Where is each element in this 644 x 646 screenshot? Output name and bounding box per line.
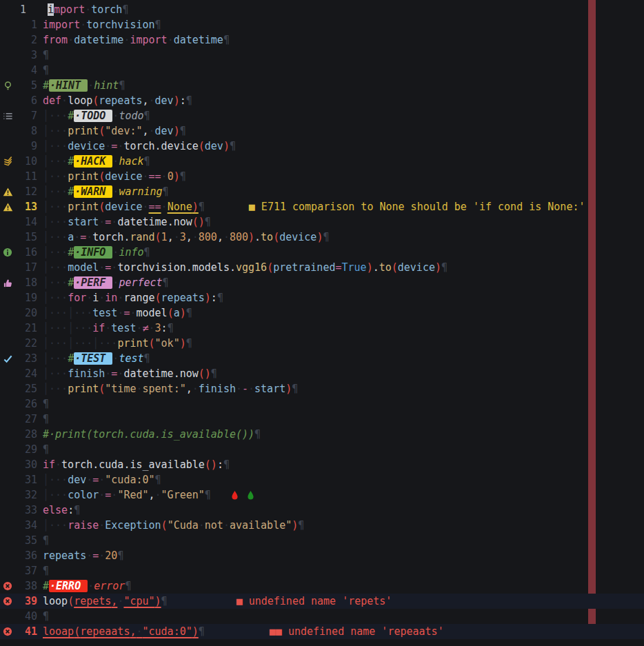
code-buffer[interactable]: 1import·torch¶1import·torchvision¶2from·… (0, 0, 644, 639)
code-line[interactable]: 34│···raise·Exception("Cuda·not·availabl… (0, 518, 644, 533)
line-number[interactable]: 6 (15, 93, 37, 108)
line-number[interactable]: 34 (15, 518, 37, 533)
line-number[interactable]: 40 (15, 609, 37, 624)
line-number[interactable]: 24 (15, 366, 37, 381)
code-line[interactable]: 32│···color·=·"Red",·"Green"¶ (0, 487, 644, 503)
code-line[interactable]: 11│···print(device·==·0)¶ (0, 169, 644, 184)
code-line[interactable]: 12│···#·WARN ·warning¶ (0, 184, 644, 199)
code-line[interactable]: 27¶ (0, 412, 644, 427)
token: datetime (174, 34, 223, 46)
token: · (105, 140, 111, 152)
code-line[interactable]: 23│···#·TEST ·test¶ (0, 351, 644, 366)
line-number[interactable]: 8 (15, 123, 37, 139)
token: # (68, 352, 74, 365)
line-number[interactable]: 15 (15, 230, 37, 245)
token: ··· (49, 276, 68, 289)
line-number[interactable]: 10 (15, 154, 37, 169)
line-number[interactable]: 32 (15, 487, 37, 503)
line-number[interactable]: 1 (15, 17, 37, 32)
line-number[interactable]: 19 (15, 290, 37, 305)
code-line[interactable]: 18│···#·PERF ·perfect¶ (0, 275, 644, 290)
token: if (43, 458, 55, 471)
code-line[interactable]: 10│···#·HACK ·hack¶ (0, 154, 644, 169)
token: print (68, 170, 99, 183)
line-number[interactable]: 17 (15, 260, 37, 275)
line-number[interactable]: 33 (15, 503, 37, 518)
code-line[interactable]: 1import·torch¶ (0, 2, 644, 17)
line-number[interactable]: 28 (15, 427, 37, 442)
line-number[interactable]: 22 (15, 336, 37, 351)
code-line[interactable]: 39loop(repets,·"cpu")¶■ undefined name '… (0, 594, 644, 609)
code-line[interactable]: 8│···print("dev:",·dev)¶ (0, 123, 644, 139)
code-line[interactable]: 13│···print(device·==·None)¶■ E711 compa… (0, 199, 644, 214)
code-line[interactable]: 28#·print(torch.cuda.is_available())¶ (0, 427, 644, 442)
line-number[interactable]: 20 (15, 305, 37, 321)
code-line[interactable]: 20│···│···test·=·model(a)¶ (0, 305, 644, 321)
token: repeaats (80, 625, 130, 638)
code-line[interactable]: 31│···dev·=·"cuda:0"¶ (0, 472, 644, 487)
line-number[interactable]: 7 (15, 108, 37, 123)
line-number[interactable]: 11 (15, 169, 37, 184)
code-line[interactable]: 2from·datetime·import·datetime¶ (0, 32, 644, 48)
code-line[interactable]: 3¶ (0, 48, 644, 63)
line-number[interactable]: 16 (15, 245, 37, 260)
code-line[interactable]: 37¶ (0, 563, 644, 578)
token: # (68, 276, 74, 289)
token: "Red" (117, 489, 148, 501)
line-number[interactable]: 29 (15, 442, 37, 457)
code-line[interactable]: 30if·torch.cuda.is_available():¶ (0, 457, 644, 472)
code-line[interactable]: 7│···#·TODO ·todo¶ (0, 108, 644, 123)
code-line[interactable]: 36repeats·=·20¶ (0, 548, 644, 563)
code-line[interactable]: 6def·loop(repeats,·dev):¶ (0, 93, 644, 108)
code-line[interactable]: 41looap(repeaats,·"cuda:0")¶■■ undefined… (0, 624, 644, 639)
code-line[interactable]: 25│···print("time·spent:",·finish·-·star… (0, 381, 644, 396)
line-number[interactable]: 41 (15, 624, 37, 639)
line-number[interactable]: 26 (15, 396, 37, 412)
code-line[interactable]: 22│···│···│···print("ok")¶ (0, 336, 644, 351)
code-editor[interactable]: 1import·torch¶1import·torchvision¶2from·… (0, 0, 644, 646)
token: · (192, 231, 199, 243)
line-number[interactable]: 5 (15, 78, 37, 93)
line-number[interactable]: 21 (15, 321, 37, 336)
line-number[interactable]: 25 (15, 381, 37, 396)
code-line[interactable]: 15│···a·=·torch.rand(1,·3,·800,·800).to(… (0, 230, 644, 245)
line-number[interactable]: 9 (15, 139, 37, 154)
line-number[interactable]: 13 (15, 199, 37, 214)
line-number[interactable]: 3 (15, 48, 37, 63)
code-line[interactable]: 16│···#·INFO ·info¶ (0, 245, 644, 260)
line-number[interactable]: 18 (15, 275, 37, 290)
code-line[interactable]: 35¶ (0, 533, 644, 548)
code-line[interactable]: 38#·ERRO ·error¶ (0, 578, 644, 594)
code-line[interactable]: 21│···│···if·test·≠·3:¶ (0, 321, 644, 336)
code-line[interactable]: 40¶ (0, 609, 644, 624)
code-line[interactable]: 19│···for·i·in·range(repeats):¶ (0, 290, 644, 305)
line-number[interactable]: 38 (15, 578, 37, 594)
code-line[interactable]: 26¶ (0, 396, 644, 412)
line-number[interactable]: 39 (15, 594, 37, 609)
token: · (99, 519, 105, 532)
line-number[interactable]: 1 (15, 2, 42, 17)
code-line[interactable]: 29¶ (0, 442, 644, 457)
line-number[interactable]: 27 (15, 412, 37, 427)
line-number[interactable]: 14 (15, 214, 37, 230)
token: vgg16 (236, 261, 267, 274)
code-line[interactable]: 5#·HINT ·hint¶ (0, 78, 644, 93)
line-number[interactable]: 12 (15, 184, 37, 199)
line-number[interactable]: 4 (15, 63, 37, 78)
code-line[interactable]: 33else:¶ (0, 503, 644, 518)
line-number[interactable]: 31 (15, 472, 37, 487)
code-line[interactable]: 14│···start·=·datetime.now()¶ (0, 214, 644, 230)
code-line[interactable]: 9│···device·=·torch.device(dev)¶ (0, 139, 644, 154)
code-text: │···raise·Exception("Cuda·not·available"… (43, 518, 304, 533)
line-number[interactable]: 37 (15, 563, 37, 578)
line-number[interactable]: 36 (15, 548, 37, 563)
code-line[interactable]: 24│···finish·=·datetime.now()¶ (0, 366, 644, 381)
code-line[interactable]: 4¶ (0, 63, 644, 78)
line-number[interactable]: 23 (15, 351, 37, 366)
line-number[interactable]: 35 (15, 533, 37, 548)
line-number[interactable]: 30 (15, 457, 37, 472)
token: ¶ (205, 216, 211, 228)
code-line[interactable]: 1import·torchvision¶ (0, 17, 644, 32)
line-number[interactable]: 2 (15, 32, 37, 48)
code-line[interactable]: 17│···model·=·torchvision.models.vgg16(p… (0, 260, 644, 275)
